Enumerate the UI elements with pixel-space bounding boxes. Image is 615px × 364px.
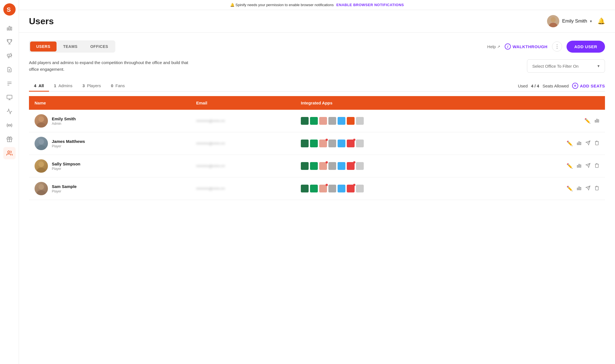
add-user-button[interactable]: ADD USER [567,41,605,53]
app-badge [326,139,328,141]
office-filter-dropdown[interactable]: Select Office To Filter On ▾ [527,59,605,73]
seats-used-count: 4 [531,84,533,88]
app-icon [301,185,309,192]
all-label: All [38,83,44,88]
edit-icon[interactable]: ✏️ [567,163,573,169]
sidebar-item-monitor[interactable] [3,91,16,104]
user-apps-cell [295,177,490,200]
app-icons [301,162,484,170]
svg-point-10 [549,23,557,28]
sidebar-item-users[interactable] [3,147,16,159]
players-label: Players [87,83,101,88]
filter-tab-fans[interactable]: 0 Fans [106,80,130,92]
svg-rect-2 [9,26,10,30]
tab-offices[interactable]: OFFICES [84,41,114,52]
col-actions [490,96,605,110]
page-header: Users Emily Smith ▾ 🔔 [19,10,615,33]
app-icon [319,162,327,170]
app-icon [356,185,364,192]
user-display-name: Emily Smith [52,116,76,121]
col-email: Email [191,96,295,110]
players-count: 3 [82,83,85,88]
send-icon[interactable] [585,163,590,169]
row-actions: ✏️ [495,140,599,147]
user-role: Player [52,144,85,148]
svg-point-12 [37,123,46,128]
svg-text:S: S [7,6,11,13]
filter-tab-all[interactable]: 4 All [29,80,49,92]
app-icons [301,140,484,147]
table-row: Sam Sample Player ••••••••••@••••••.••• … [29,177,605,200]
filter-tab-players[interactable]: 3 Players [77,80,106,92]
app-icon [328,117,336,125]
edit-icon[interactable]: ✏️ [567,140,573,146]
table-row: James Matthews Player ••••••••••@••••••.… [29,132,605,155]
user-email-cell: ••••••••••@••••••.••• [191,177,295,200]
user-name-cell: Emily Smith Admin [29,110,191,132]
app-icon [338,140,345,147]
help-link[interactable]: Help ↗ [487,44,500,49]
filter-tab-admins[interactable]: 1 Admins [49,80,77,92]
seats-fraction: 4 / 4 [531,84,539,88]
tab-teams[interactable]: TEAMS [57,41,84,52]
app-badge [353,184,355,186]
sidebar-item-gift[interactable] [3,133,16,145]
user-email-cell: ••••••••••@••••••.••• [191,110,295,132]
user-display-name: Sally Simpson [52,162,80,166]
add-seats-label: ADD SEATS [580,84,605,88]
user-menu[interactable]: Emily Smith ▾ [547,15,592,27]
sidebar-item-megaphone[interactable] [3,50,16,62]
delete-icon[interactable] [594,185,599,192]
svg-point-9 [551,17,556,22]
table-header-row: Name Email Integrated Apps [29,96,605,110]
app-icon [338,185,345,192]
notification-bell-icon[interactable]: 🔔 [597,18,605,25]
app-icon [301,117,309,125]
user-apps-cell [295,132,490,155]
main-tabs: USERS TEAMS OFFICES [29,40,115,53]
svg-point-8 [8,151,9,153]
sidebar-item-analytics[interactable] [3,22,16,34]
user-actions-cell: ✏️ [490,110,605,132]
stats-icon[interactable] [594,118,599,124]
sidebar-item-broadcast[interactable] [3,119,16,131]
send-icon[interactable] [585,185,590,192]
table-row: Emily Smith Admin ••••••••••@••••••.••• … [29,110,605,132]
edit-icon[interactable]: ✏️ [567,185,573,192]
svg-rect-3 [11,27,12,30]
app-icon [328,162,336,170]
office-filter-placeholder: Select Office To Filter On [532,64,579,69]
user-avatar [35,182,48,195]
fans-count: 0 [111,83,113,88]
send-icon[interactable] [585,140,590,147]
stats-icon[interactable] [577,185,582,192]
svg-point-30 [38,184,44,190]
notification-message: Spinify needs your permission to enable … [235,3,334,7]
delete-icon[interactable] [594,163,599,169]
svg-rect-1 [7,28,8,30]
plus-circle-icon: + [572,83,578,89]
user-avatar [35,159,48,173]
sidebar-item-list[interactable] [3,77,16,90]
row-actions: ✏️ [495,118,599,124]
svg-rect-32 [577,188,578,190]
tab-users[interactable]: USERS [30,41,57,52]
user-name-cell: James Matthews Player [29,132,191,155]
stats-icon[interactable] [577,140,582,147]
app-icon [347,185,355,192]
walkthrough-button[interactable]: i WALKTHROUGH [505,43,548,50]
used-label: Used [518,84,528,88]
app-badge [353,161,355,163]
svg-rect-4 [7,95,12,99]
enable-notifications-link[interactable]: ENABLE BROWSER NOTIFICATIONS [336,3,404,7]
sidebar-item-line-chart[interactable] [3,105,16,118]
delete-icon[interactable] [594,140,599,147]
svg-rect-13 [595,120,596,122]
edit-icon[interactable]: ✏️ [584,118,590,124]
stats-icon[interactable] [577,163,582,169]
sidebar-item-trophy[interactable] [3,36,16,48]
sidebar-item-reports[interactable] [3,63,16,76]
add-seats-button[interactable]: + ADD SEATS [572,83,605,89]
logo[interactable]: S [3,3,16,16]
more-options-button[interactable]: ⋮ [552,41,562,52]
